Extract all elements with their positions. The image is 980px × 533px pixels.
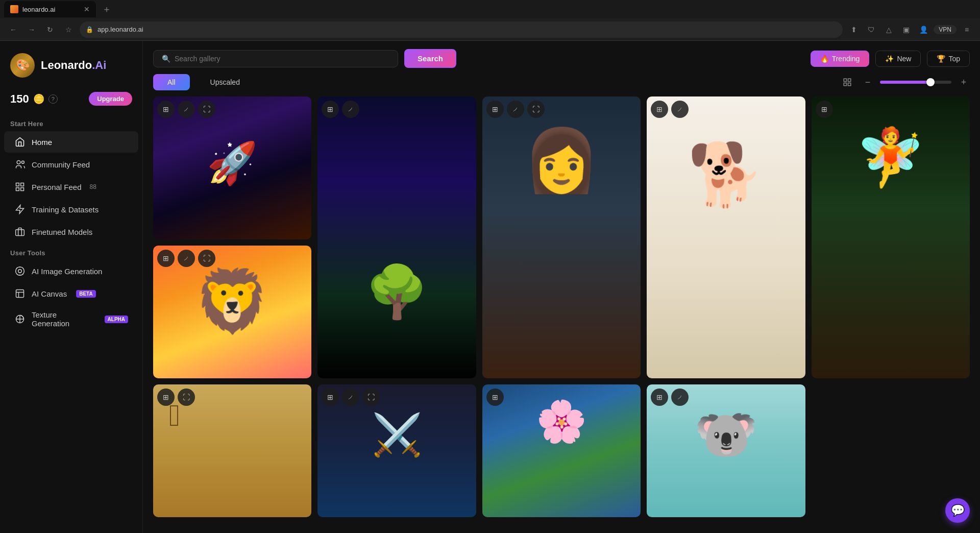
section-start-label: Start Here: [0, 114, 142, 131]
dog-image: [647, 96, 805, 378]
zoom-plus-btn[interactable]: +: [958, 76, 970, 88]
fairy-image: [812, 96, 970, 378]
lion-action-btn-expand[interactable]: ⛶: [198, 250, 215, 267]
item-overlay-tree: ⊞ ⟋: [322, 101, 359, 118]
woman-action-btn-grid[interactable]: ⊞: [486, 101, 504, 118]
reader-btn[interactable]: ▣: [899, 22, 913, 37]
vpn-btn[interactable]: VPN: [934, 25, 957, 34]
sort-new-label: New: [897, 55, 911, 63]
tab-close-btn[interactable]: ✕: [84, 5, 90, 13]
new-tab-btn[interactable]: ＋: [98, 3, 115, 15]
sidebar-item-ai-image[interactable]: AI Image Generation: [4, 260, 138, 282]
gallery-item-dog[interactable]: ⊞ ⟋: [647, 96, 805, 378]
lion-action-btn-grid[interactable]: ⊞: [157, 250, 175, 267]
bookmark-btn[interactable]: ☆: [61, 22, 76, 37]
sidebar-item-personal-label: Personal Feed: [32, 183, 82, 191]
grid-view-btn[interactable]: [839, 74, 855, 90]
profile-btn[interactable]: 👤: [916, 22, 930, 37]
sidebar-item-community-feed[interactable]: Community Feed: [4, 154, 138, 175]
logo-avatar: 🎨: [10, 53, 35, 78]
search-input[interactable]: [175, 55, 389, 63]
svg-point-0: [17, 161, 20, 164]
gallery-item-flowers[interactable]: ⊞: [482, 384, 641, 517]
address-bar[interactable]: 🔒 app.leonardo.ai: [80, 21, 843, 38]
item-overlay-woman: ⊞ ⟋ ⛶: [486, 101, 545, 118]
credits-icon: 🪙: [33, 93, 44, 105]
svg-rect-4: [21, 188, 24, 191]
flowers-action-btn-grid[interactable]: ⊞: [486, 389, 504, 406]
lion-action-btn-slash[interactable]: ⟋: [178, 250, 195, 267]
tree-image: [317, 96, 476, 378]
sidebar-item-ai-canvas[interactable]: AI Canvas BETA: [4, 283, 138, 304]
refresh-btn[interactable]: ↻: [43, 22, 57, 37]
sidebar-item-home[interactable]: Home: [4, 131, 138, 153]
filter-all-tab[interactable]: All: [153, 74, 190, 90]
credits-help-btn[interactable]: ?: [48, 94, 58, 104]
forward-btn[interactable]: →: [24, 22, 39, 37]
gallery-item-koala[interactable]: ⊞ ⟋: [647, 384, 805, 517]
triangle-btn[interactable]: △: [881, 22, 896, 37]
gallery-item-tree[interactable]: ⊞ ⟋: [317, 96, 476, 378]
chat-icon: 💬: [951, 504, 965, 517]
upgrade-button[interactable]: Upgrade: [89, 92, 132, 106]
warrior-action-btn-expand[interactable]: ⛶: [362, 389, 380, 406]
gallery-item-woman[interactable]: ⊞ ⟋ ⛶: [482, 96, 641, 378]
gallery-item-lion[interactable]: ⊞ ⟋ ⛶: [153, 246, 311, 378]
zoom-slider[interactable]: [880, 81, 951, 84]
sidebar: 🎨 Leonardo.Ai 150 🪙 ? Upgrade Start Here…: [0, 41, 143, 533]
gallery-item-hieroglyphs[interactable]: ⊞ ⛶: [153, 384, 311, 517]
back-btn[interactable]: ←: [6, 22, 20, 37]
sort-trending-btn[interactable]: 🔥 Trending: [811, 51, 870, 67]
active-tab[interactable]: leonardo.ai ✕: [4, 1, 96, 17]
action-btn-grid[interactable]: ⊞: [157, 101, 175, 118]
sort-top-btn[interactable]: 🏆 Top: [927, 51, 970, 67]
svg-rect-3: [21, 183, 24, 186]
ai-image-icon: [14, 265, 26, 277]
filter-upscaled-tab[interactable]: Upscaled: [196, 74, 254, 90]
woman-action-btn-slash[interactable]: ⟋: [507, 101, 524, 118]
hiero-action-btn-grid[interactable]: ⊞: [157, 389, 175, 406]
action-btn-expand[interactable]: ⛶: [198, 101, 215, 118]
shield-btn[interactable]: 🛡: [864, 22, 878, 37]
svg-rect-16: [844, 79, 846, 81]
browser-nav: ← → ↻ ☆ 🔒 app.leonardo.ai ⬆ 🛡 △ ▣ 👤 VPN …: [0, 18, 980, 41]
sidebar-item-training[interactable]: Training & Datasets: [4, 199, 138, 220]
gallery-item-warrior[interactable]: ⊞ ⟋ ⛶: [317, 384, 476, 517]
logo-name: Leonardo: [41, 59, 92, 71]
dog-action-btn-slash[interactable]: ⟋: [671, 101, 689, 118]
warrior-action-btn-slash[interactable]: ⟋: [342, 389, 359, 406]
zoom-minus-btn[interactable]: −: [862, 76, 874, 88]
logo-colored: .Ai: [92, 59, 106, 71]
action-btn-slash[interactable]: ⟋: [178, 101, 195, 118]
nav-actions: ⬆ 🛡 △ ▣ 👤 VPN ≡: [847, 22, 974, 37]
chat-bubble-btn[interactable]: 💬: [945, 498, 970, 523]
item-overlay-dog: ⊞ ⟋: [651, 101, 689, 118]
koala-action-btn-slash[interactable]: ⟋: [671, 389, 689, 406]
sidebar-item-finetuned[interactable]: Finetuned Models: [4, 221, 138, 243]
home-icon: [14, 136, 26, 148]
woman-action-btn-expand[interactable]: ⛶: [527, 101, 545, 118]
main-content: 🔍 Search 🔥 Trending ✨ New 🏆 Top: [143, 41, 980, 533]
search-button[interactable]: Search: [404, 49, 456, 68]
item-overlay-lion: ⊞ ⟋ ⛶: [157, 250, 215, 267]
fairy-action-btn-grid[interactable]: ⊞: [816, 101, 833, 118]
sidebar-item-personal-feed[interactable]: Personal Feed 88: [4, 176, 138, 198]
ai-canvas-icon: [14, 288, 26, 299]
svg-rect-2: [16, 183, 19, 186]
dog-action-btn-grid[interactable]: ⊞: [651, 101, 668, 118]
warrior-action-btn-grid[interactable]: ⊞: [322, 389, 339, 406]
menu-btn[interactable]: ≡: [960, 22, 974, 37]
tree-action-btn-grid[interactable]: ⊞: [322, 101, 339, 118]
logo-text: Leonardo.Ai: [41, 59, 106, 72]
tree-action-btn-slash[interactable]: ⟋: [342, 101, 359, 118]
gallery-item-rocket[interactable]: ⊞ ⟋ ⛶: [153, 96, 311, 239]
svg-rect-14: [16, 290, 24, 298]
hiero-action-btn-expand[interactable]: ⛶: [178, 389, 195, 406]
sidebar-item-texture[interactable]: Texture Generation ALPHA: [4, 305, 138, 333]
koala-action-btn-grid[interactable]: ⊞: [651, 389, 668, 406]
credits-bar: 150 🪙 ? Upgrade: [0, 88, 142, 114]
item-overlay-fairy: ⊞: [816, 101, 833, 118]
sort-new-btn[interactable]: ✨ New: [875, 51, 921, 67]
share-btn[interactable]: ⬆: [847, 22, 861, 37]
gallery-item-fairy[interactable]: ⊞: [812, 96, 970, 378]
